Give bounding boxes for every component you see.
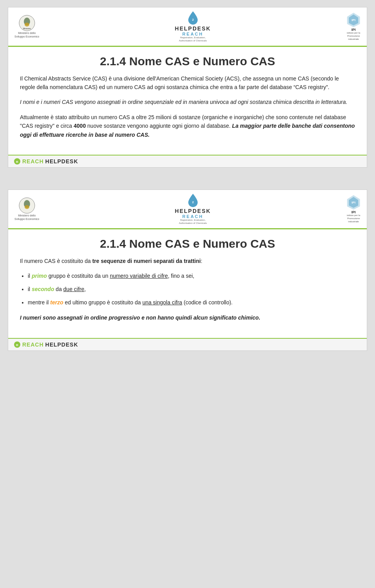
header-2: Ministero dello Sviluppo Economico 2 HEL… <box>8 190 367 229</box>
bullet3-end: (codice di controllo). <box>182 299 232 306</box>
card2-reach-tagline: Registration, Evaluation,Authorisation o… <box>179 219 207 225</box>
logo-left-text2: Sviluppo Economico <box>14 35 39 38</box>
card1-title: 2.1.4 Nome CAS e Numero CAS <box>20 55 355 68</box>
card2-reach-subtitle: REACH <box>182 214 204 219</box>
card2-reach-logo: 2 HELPDESK REACH Registration, Evaluatio… <box>175 193 211 225</box>
card1-para1: Il Chemical Abstracts Service (CAS) è un… <box>20 74 355 92</box>
bullet3-underline: una singola cifra <box>142 299 182 306</box>
card-2: Ministero dello Sviluppo Economico 2 HEL… <box>8 189 367 351</box>
header-1: Ministero Ministero dello Sviluppo Econo… <box>8 7 367 47</box>
bullet2-end: , <box>84 286 86 292</box>
card2-logo-text2: Sviluppo Economico <box>14 218 39 221</box>
card2-para1-after: : <box>201 258 202 264</box>
bullet-item-3: mentre il terzo ed ultimo gruppo è costi… <box>28 298 355 307</box>
svg-text:R: R <box>16 343 18 347</box>
footer-label-1: REACH <box>22 158 44 164</box>
bullet2-secondo: secondo <box>32 286 54 292</box>
ipi-label: IPI <box>351 28 355 32</box>
bullet1-underline: numero variabile di cifre <box>110 273 168 279</box>
card1-para3: Attualmente è stato attribuito un numero… <box>20 113 355 139</box>
card2-reach-title: HELPDESK <box>175 208 211 214</box>
card2-bullet-list: il primo gruppo è costituito da un numer… <box>28 272 355 307</box>
svg-text:2: 2 <box>192 18 194 21</box>
svg-point-12 <box>25 205 29 209</box>
card-1: Ministero Ministero dello Sviluppo Econo… <box>8 7 367 168</box>
bullet2-before: il <box>28 286 32 292</box>
svg-text:IPI: IPI <box>352 18 355 22</box>
card2-para1-bold: tre sequenze di numeri separati da tratt… <box>92 258 201 264</box>
card2-footer-label-2: HELPDESK <box>45 341 78 348</box>
reach-logo-center: 2 HELPDESK REACH Registration, Evaluatio… <box>175 11 211 43</box>
reach-subtitle-label: REACH <box>182 32 204 36</box>
svg-text:2: 2 <box>192 200 194 204</box>
card2-footer-label-1: REACH <box>22 341 44 348</box>
footer-circle-icon: R <box>14 158 21 165</box>
card1-para2: I nomi e i numeri CAS vengono assegnati … <box>20 98 355 106</box>
card2-footer: R REACHHELPDESK <box>8 338 367 350</box>
bullet1-before: il <box>28 273 32 279</box>
footer-label-2: HELPDESK <box>45 158 78 164</box>
card2-ipi-label: IPI <box>351 210 355 214</box>
spacer <box>0 175 375 182</box>
bullet2-underline: due cifre <box>63 286 84 292</box>
svg-text:R: R <box>16 160 18 164</box>
card2-title: 2.1.4 Nome CAS e Numero CAS <box>20 237 355 250</box>
card1-content: 2.1.4 Nome CAS e Numero CAS Il Chemical … <box>8 47 367 155</box>
reach-tagline: Registration, Evaluation,Authorisation o… <box>179 36 207 43</box>
svg-text:Ministero: Ministero <box>23 27 31 30</box>
card1-footer: R REACHHELPDESK <box>8 155 367 167</box>
card2-final-para: I numeri sono assegnati in ordine progre… <box>20 313 355 322</box>
bullet-item-2: il secondo da due cifre, <box>28 285 355 294</box>
bullet1-middle: gruppo è costituito da un <box>47 273 110 279</box>
bullet3-middle: ed ultimo gruppo è costituito da <box>63 299 142 306</box>
bullet1-primo: primo <box>32 273 47 279</box>
ipi-logo-right: IPI IPI istituto per laPromozioneindustr… <box>346 12 361 41</box>
bullet1-end: , fino a sei, <box>168 273 195 279</box>
svg-text:IPI: IPI <box>352 201 355 204</box>
card2-content: 2.1.4 Nome CAS e Numero CAS Il numero CA… <box>8 229 367 338</box>
svg-point-2 <box>25 23 29 27</box>
reach-title: HELPDESK <box>175 25 211 32</box>
govt-logo-left: Ministero Ministero dello Sviluppo Econo… <box>14 14 39 38</box>
logo-left-text1: Ministero dello <box>18 32 36 35</box>
card2-ipi-logo: IPI IPI istituto per laPromozioneindustr… <box>346 195 361 223</box>
card2-para1-before: Il numero CAS è costituito da <box>20 258 92 264</box>
card2-ipi-sublabel: istituto per laPromozioneindustriale <box>347 214 360 223</box>
bullet-item-1: il primo gruppo è costituito da un numer… <box>28 272 355 281</box>
ipi-sublabel: istituto per laPromozioneindustriale <box>347 32 360 41</box>
bullet3-before: mentre il <box>28 299 50 306</box>
card2-footer-circle-icon: R <box>14 341 21 348</box>
card2-logo-text1: Ministero dello <box>18 214 36 217</box>
bullet2-middle: da <box>54 286 63 292</box>
card2-para1: Il numero CAS è costituito da tre sequen… <box>20 257 355 265</box>
bullet3-terzo: terzo <box>50 299 63 306</box>
card2-govt-logo: Ministero dello Sviluppo Economico <box>14 197 39 221</box>
